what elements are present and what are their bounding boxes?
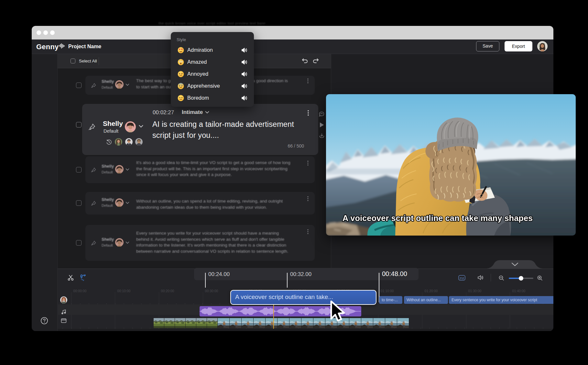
- svg-text:A voiceover script outline can: A voiceover script outline can take many…: [343, 214, 533, 223]
